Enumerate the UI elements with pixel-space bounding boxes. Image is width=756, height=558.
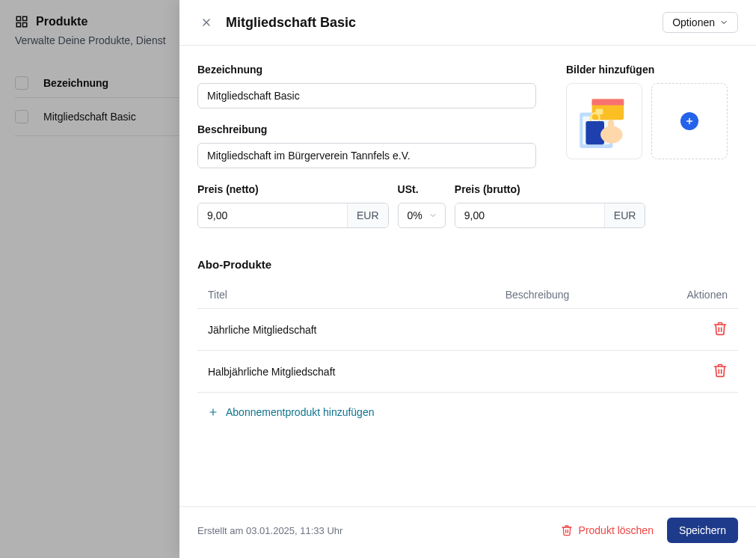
drawer-body: Bezeichnung Beschreibung Preis (netto) E… xyxy=(179,46,756,506)
chevron-down-icon xyxy=(428,211,437,220)
product-image-icon xyxy=(574,91,635,152)
abo-section-title: Abo-Produkte xyxy=(197,258,738,271)
close-button[interactable] xyxy=(197,13,215,31)
abo-row-desc xyxy=(495,309,657,351)
abo-row[interactable]: Halbjährliche Mitgliedschaft xyxy=(197,351,738,393)
add-image-button[interactable] xyxy=(651,83,728,159)
abo-delete-button[interactable] xyxy=(713,363,728,378)
abo-col-actions: Aktionen xyxy=(657,281,738,309)
desc-label: Beschreibung xyxy=(197,123,536,135)
price-net-input[interactable] xyxy=(198,203,347,227)
abo-table: Titel Beschreibung Aktionen Jährliche Mi… xyxy=(197,281,738,393)
vat-select[interactable]: 0% xyxy=(398,203,446,228)
abo-col-title: Titel xyxy=(197,281,495,309)
trash-icon xyxy=(713,321,728,336)
abo-col-desc: Beschreibung xyxy=(495,281,657,309)
created-timestamp: Erstellt am 03.01.2025, 11:33 Uhr xyxy=(197,525,342,536)
trash-icon xyxy=(561,524,573,536)
plus-icon xyxy=(685,117,694,126)
delete-product-label: Produkt löschen xyxy=(579,524,654,536)
abo-section: Abo-Produkte Titel Beschreibung Aktionen… xyxy=(197,258,738,418)
abo-row[interactable]: Jährliche Mitgliedschaft xyxy=(197,309,738,351)
abo-row-title: Halbjährliche Mitgliedschaft xyxy=(197,351,495,393)
svg-rect-9 xyxy=(592,99,624,105)
product-image-tile[interactable] xyxy=(566,83,642,159)
options-label: Optionen xyxy=(672,16,715,28)
vat-label: USt. xyxy=(398,183,446,195)
name-input[interactable] xyxy=(197,83,536,108)
currency-suffix-net: EUR xyxy=(347,203,388,227)
abo-row-desc xyxy=(495,351,657,393)
images-label: Bilder hinzufügen xyxy=(566,64,738,76)
desc-input[interactable] xyxy=(197,143,536,168)
drawer-footer: Erstellt am 03.01.2025, 11:33 Uhr Produk… xyxy=(179,506,756,558)
options-button[interactable]: Optionen xyxy=(663,12,738,33)
abo-row-title: Jährliche Mitgliedschaft xyxy=(197,309,495,351)
save-button[interactable]: Speichern xyxy=(667,518,738,543)
trash-icon xyxy=(713,363,728,378)
name-label: Bezeichnung xyxy=(197,64,536,76)
product-drawer: Mitgliedschaft Basic Optionen Bezeichnun… xyxy=(179,0,756,558)
chevron-down-icon xyxy=(719,18,728,27)
vat-value: 0% xyxy=(408,209,422,221)
price-net-label: Preis (netto) xyxy=(197,183,389,195)
drawer-header: Mitgliedschaft Basic Optionen xyxy=(179,0,756,46)
plus-icon xyxy=(208,407,218,417)
abo-delete-button[interactable] xyxy=(713,321,728,336)
close-icon xyxy=(200,16,212,28)
add-abo-button[interactable]: Abonnementprodukt hinzufügen xyxy=(197,406,738,418)
svg-rect-13 xyxy=(608,120,614,135)
delete-product-button[interactable]: Produkt löschen xyxy=(561,524,654,536)
drawer-title: Mitgliedschaft Basic xyxy=(226,15,356,31)
add-abo-label: Abonnementprodukt hinzufügen xyxy=(226,406,374,418)
